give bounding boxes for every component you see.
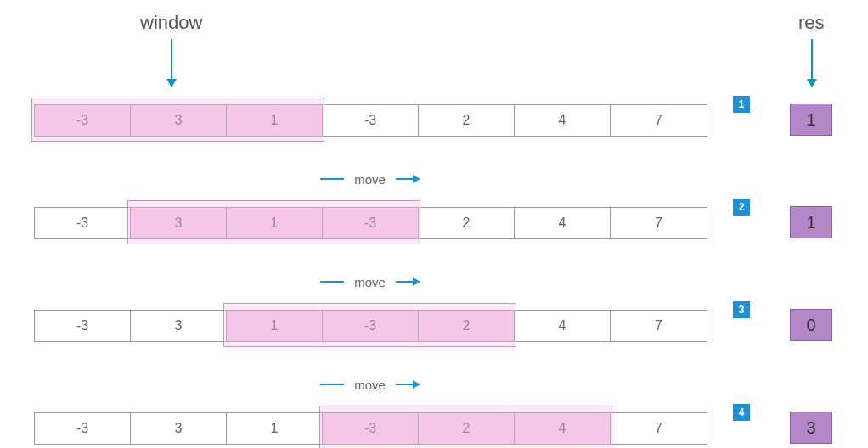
array-cell: -3: [35, 105, 131, 136]
stage-row: -331-324711: [34, 96, 832, 147]
array-cell: 4: [515, 311, 611, 341]
step-badge: 4: [733, 404, 750, 421]
result-box: 3: [790, 412, 832, 444]
array-cell: -3: [35, 208, 131, 238]
array-cell: 4: [515, 208, 611, 238]
array-cell: 4: [515, 413, 611, 444]
move-label: move: [354, 378, 386, 392]
array-cell: 2: [419, 208, 515, 238]
array-cell: -3: [323, 105, 419, 136]
move-label: move: [354, 275, 386, 289]
stage-row: -331-324743: [34, 404, 832, 448]
array-cell: 2: [419, 105, 515, 136]
arrow-right-icon: [320, 384, 344, 385]
move-indicator: move: [34, 375, 706, 394]
result-box: 1: [790, 206, 832, 238]
array-cell: -3: [323, 413, 419, 444]
array-cell: -3: [35, 413, 131, 444]
move-indicator: move: [34, 170, 706, 188]
result-box: 1: [790, 104, 832, 136]
arrow-down-icon: [171, 39, 172, 87]
array-cell: 1: [227, 413, 323, 444]
arrow-right-icon: [396, 281, 420, 283]
move-label: move: [354, 172, 386, 187]
step-badge: 2: [733, 199, 750, 216]
array-cell: -3: [35, 311, 131, 341]
array-cell: -3: [323, 311, 419, 341]
result-box: 0: [790, 309, 832, 341]
array-cell: 1: [227, 311, 323, 341]
arrow-down-icon: [811, 39, 813, 87]
array: -331-3247: [34, 412, 707, 445]
array-cell: 7: [611, 311, 707, 341]
array-cell: 3: [131, 208, 227, 238]
arrow-right-icon: [320, 281, 344, 283]
stage-row: -331-324730: [34, 301, 832, 352]
stage-row: -331-324721: [34, 199, 832, 249]
move-indicator: move: [34, 272, 706, 291]
array-cell: 3: [131, 413, 227, 444]
array-cell: 1: [227, 105, 323, 136]
array: -331-3247: [34, 310, 707, 342]
array-cell: 4: [515, 105, 611, 136]
array-cell: 3: [131, 105, 227, 136]
array-cell: 7: [611, 413, 707, 444]
array-cell: 3: [131, 311, 227, 341]
array-cell: -3: [323, 208, 419, 238]
window-label: window: [140, 12, 202, 34]
array-cell: 1: [227, 208, 323, 238]
array: -331-3247: [34, 104, 707, 137]
step-badge: 3: [733, 301, 750, 318]
step-badge: 1: [733, 96, 750, 113]
arrow-right-icon: [320, 178, 344, 180]
array-cell: 2: [419, 311, 515, 341]
array-cell: 2: [419, 413, 515, 444]
arrow-right-icon: [396, 384, 420, 385]
array-cell: 7: [611, 208, 707, 238]
array: -331-3247: [34, 207, 707, 239]
res-label: res: [798, 12, 825, 34]
array-cell: 7: [611, 105, 707, 136]
arrow-right-icon: [396, 178, 420, 180]
